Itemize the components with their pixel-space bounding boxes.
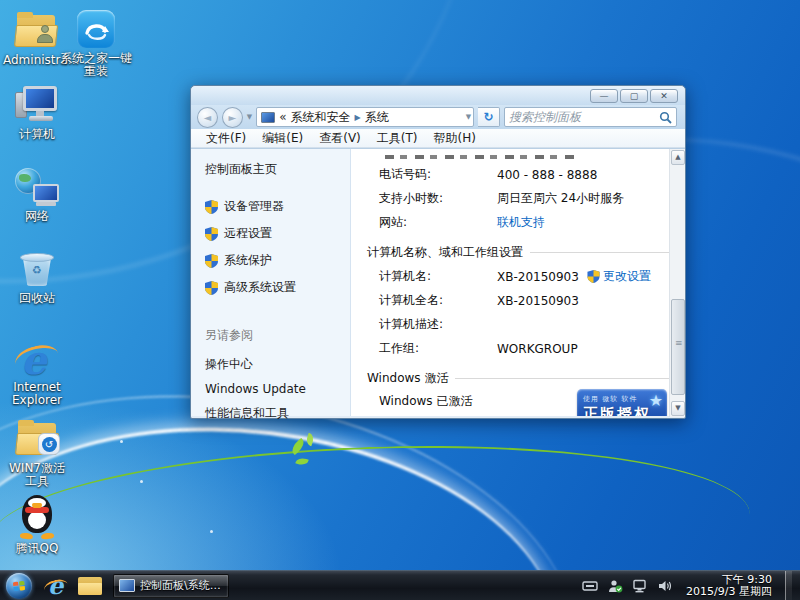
menu-tools[interactable]: 工具(T)	[370, 129, 425, 148]
scroll-down-button[interactable]: ▼	[671, 401, 685, 416]
minimize-button[interactable]: —	[590, 89, 618, 103]
desktop-icon-recycle-bin[interactable]: ♻ 回收站	[4, 248, 70, 305]
breadcrumb-system[interactable]: 系统	[365, 109, 389, 126]
clock-time: 下午 9:30	[686, 574, 772, 586]
taskbar-clock[interactable]: 下午 9:30 2015/9/3 星期四	[682, 574, 776, 598]
sidebar-item-label: 远程设置	[224, 225, 272, 242]
menu-bar: 文件(F) 编辑(E) 查看(V) 工具(T) 帮助(H)	[191, 129, 685, 148]
menu-edit[interactable]: 编辑(E)	[255, 129, 310, 148]
folder-user-icon	[15, 15, 57, 47]
menu-view[interactable]: 查看(V)	[312, 129, 368, 148]
address-dropdown-icon[interactable]: ▼	[466, 113, 471, 121]
field-value: 周日至周六 24小时服务	[497, 190, 624, 207]
computer-description-row: 计算机描述:	[379, 316, 681, 333]
sidebar-item-action-center[interactable]: 操作中心	[205, 356, 306, 373]
uac-shield-icon	[205, 254, 218, 268]
sparkle	[120, 440, 123, 443]
desktop-icon-label: WIN7激活工具	[4, 462, 70, 488]
forward-button[interactable]: ►	[222, 107, 243, 128]
scrollbar-thumb[interactable]	[671, 299, 685, 395]
taskbar-windows-explorer[interactable]	[73, 573, 107, 599]
close-button[interactable]: ✕	[650, 89, 678, 103]
folder-tool-icon: ↺	[16, 423, 58, 455]
uac-shield-icon	[205, 227, 218, 241]
start-button[interactable]	[6, 573, 32, 599]
genuine-software-badge[interactable]: 使用 微软 软件 正版授权 安全 稳定 声誉 ★	[577, 389, 667, 416]
desktop-icon-label: Internet Explorer	[4, 381, 70, 407]
field-value: 400 - 888 - 8888	[497, 168, 597, 182]
workgroup-row: 工作组: WORKGROUP	[379, 340, 681, 357]
folder-icon	[78, 577, 102, 595]
desktop-icon-tencent-qq[interactable]: 腾讯QQ	[4, 490, 70, 555]
sparkle	[140, 480, 143, 483]
field-label: 电话号码:	[379, 166, 497, 183]
taskbar-internet-explorer[interactable]: e	[39, 573, 73, 599]
back-button[interactable]: ◄	[197, 107, 218, 128]
desktop-icon-internet-explorer[interactable]: e Internet Explorer	[4, 337, 70, 407]
scroll-up-button[interactable]: ▲	[671, 150, 685, 165]
leaf-decoration	[305, 433, 316, 447]
desktop-icon-label: 系统之家一键重装	[58, 52, 134, 78]
search-box[interactable]	[504, 107, 677, 127]
breadcrumb-separator-icon: ▶	[354, 113, 360, 122]
network-icon[interactable]	[632, 579, 648, 593]
activation-area: Windows 已激活 产品 ID: 00426-OEM-8992662-000…	[379, 393, 681, 416]
system-page-icon	[261, 112, 275, 123]
sidebar-item-system-protection[interactable]: 系统保护	[205, 252, 350, 269]
sidebar-item-control-panel-home[interactable]: 控制面板主页	[205, 161, 350, 178]
recent-pages-dropdown[interactable]: ▼	[247, 113, 252, 121]
clock-date: 2015/9/3 星期四	[686, 586, 772, 598]
uac-shield-icon	[205, 281, 218, 295]
sysbox-app-icon	[77, 10, 115, 48]
qq-penguin-icon	[17, 491, 57, 539]
see-also-header: 另请参阅	[205, 327, 306, 344]
sidebar-item-advanced-system-settings[interactable]: 高级系统设置	[205, 279, 350, 296]
sidebar-item-performance-tools[interactable]: 性能信息和工具	[205, 405, 306, 422]
computer-full-name-row: 计算机全名: XB-20150903	[379, 292, 681, 309]
online-support-link[interactable]: 联机支持	[497, 214, 545, 231]
search-icon[interactable]	[659, 111, 672, 124]
desktop-icon-network[interactable]: 网络	[4, 166, 70, 223]
sidebar-item-label: 高级系统设置	[224, 279, 296, 296]
desktop-icon-sysbox-reinstall[interactable]: 系统之家一键重装	[58, 8, 134, 78]
search-input[interactable]	[509, 110, 659, 124]
field-value: XB-20150903	[497, 270, 579, 284]
address-bar-row: ◄ ► ▼ « 系统和安全 ▶ 系统 ▼ ↻	[191, 105, 685, 129]
maximize-button[interactable]: ▢	[620, 89, 648, 103]
sidebar-item-windows-update[interactable]: Windows Update	[205, 382, 306, 396]
desktop-icon-win7-activator[interactable]: ↺ WIN7激活工具	[4, 418, 70, 488]
breadcrumb[interactable]: « 系统和安全 ▶ 系统 ▼	[256, 107, 474, 127]
sidebar-item-device-manager[interactable]: 设备管理器	[205, 198, 350, 215]
field-label: 计算机名:	[379, 268, 497, 285]
window-titlebar[interactable]: — ▢ ✕	[191, 86, 685, 105]
sidebar-item-label: 设备管理器	[224, 198, 284, 215]
internet-explorer-icon: e	[45, 575, 67, 597]
uac-shield-icon	[205, 200, 218, 214]
sidebar-item-remote-settings[interactable]: 远程设置	[205, 225, 350, 242]
breadcrumb-system-security[interactable]: 系统和安全	[290, 109, 350, 126]
system-window: — ▢ ✕ ◄ ► ▼ « 系统和安全 ▶ 系统 ▼ ↻ 文件(F) 编辑(E)	[190, 85, 686, 419]
action-center-user-icon[interactable]	[607, 579, 623, 593]
desktop-icon-label: 网络	[4, 210, 70, 223]
taskbar-button-label: 控制面板\系统和...	[140, 578, 223, 593]
change-settings-link[interactable]: 更改设置	[603, 268, 651, 285]
menu-help[interactable]: 帮助(H)	[427, 129, 483, 148]
taskbar-active-window-control-panel[interactable]: 控制面板\系统和...	[113, 574, 229, 598]
desktop-icon-computer[interactable]: 计算机	[4, 84, 70, 141]
volume-icon[interactable]	[657, 579, 673, 593]
sidebar-item-label: 系统保护	[224, 252, 272, 269]
input-indicator-icon[interactable]	[582, 579, 598, 593]
website-row: 网站: 联机支持	[379, 214, 681, 231]
system-tray: 下午 9:30 2015/9/3 星期四	[582, 571, 800, 600]
show-desktop-button[interactable]	[785, 571, 792, 600]
scrollbar[interactable]: ▲ ▼	[669, 149, 685, 417]
system-content-pane: 电话号码: 400 - 888 - 8888 支持小时数: 周日至周六 24小时…	[351, 149, 685, 416]
recycle-bin-icon: ♻	[20, 250, 54, 288]
menu-file[interactable]: 文件(F)	[199, 129, 253, 148]
refresh-button[interactable]: ↻	[478, 107, 500, 127]
field-label: 网站:	[379, 214, 497, 231]
field-label: 支持小时数:	[379, 190, 497, 207]
desktop-icon-label: 腾讯QQ	[4, 542, 70, 555]
windows-logo-icon	[12, 579, 26, 593]
system-window-icon	[119, 579, 135, 592]
